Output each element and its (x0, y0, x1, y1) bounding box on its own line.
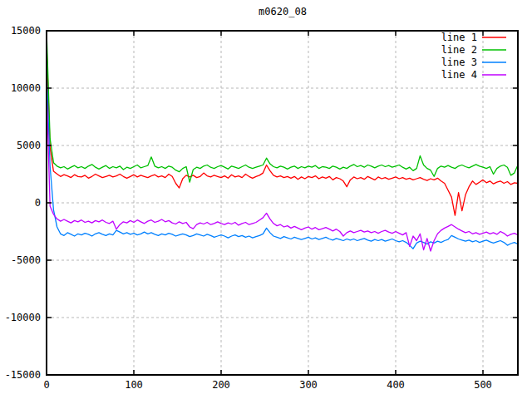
x-tick-label: 400 (387, 379, 405, 391)
plot-canvas: 0100200300400500-15000-10000-50000500010… (0, 0, 532, 399)
series-line-3 (47, 71, 518, 249)
legend-entry-2: line 2 (441, 44, 506, 56)
x-tick-label: 100 (125, 379, 143, 391)
label-layer: 0100200300400500-15000-10000-50000500010… (5, 25, 492, 391)
x-tick-label: 0 (43, 379, 49, 391)
y-tick-label: 15000 (11, 25, 41, 37)
chart: 0100200300400500-15000-10000-50000500010… (0, 0, 532, 399)
y-tick-label: -5000 (11, 254, 41, 266)
chart-title: m0620_08 (259, 6, 307, 17)
y-tick-label: 5000 (17, 140, 41, 151)
legend-label: line 2 (441, 44, 477, 56)
x-tick-label: 300 (299, 379, 318, 391)
y-tick-label: -10000 (5, 312, 41, 323)
legend-entry-4: line 4 (441, 69, 506, 81)
y-tick-label: -15000 (5, 369, 41, 381)
legend-label: line 4 (441, 69, 477, 81)
y-tick-label: 10000 (11, 82, 41, 94)
y-tick-label: 0 (35, 197, 41, 209)
x-tick-label: 200 (212, 379, 230, 391)
legend: line 1line 2line 3line 4 (441, 32, 506, 81)
legend-label: line 1 (441, 32, 477, 43)
x-tick-label: 500 (474, 379, 492, 391)
legend-label: line 3 (441, 57, 477, 68)
legend-entry-3: line 3 (441, 57, 506, 68)
legend-entry-1: line 1 (441, 32, 506, 43)
series-line-4 (47, 86, 518, 251)
grid-layer (47, 31, 518, 375)
